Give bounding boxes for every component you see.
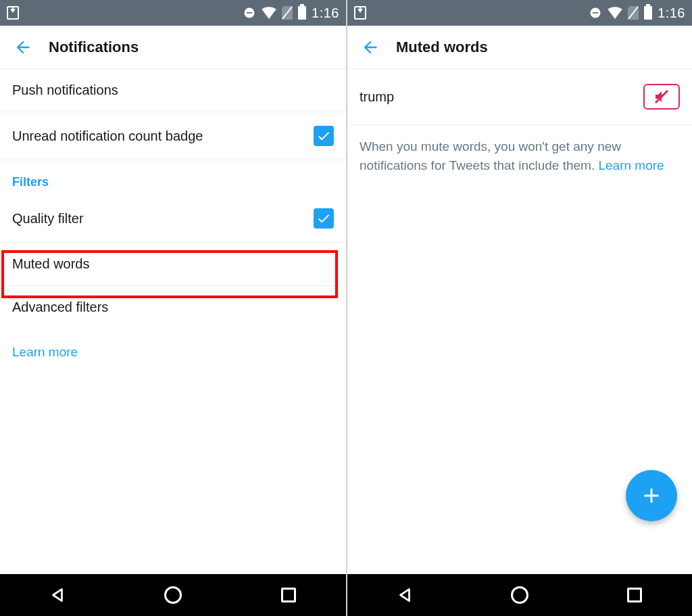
row-label: Quality filter [12, 211, 84, 227]
no-sim-icon [628, 6, 639, 20]
svg-rect-1 [247, 12, 252, 14]
do-not-disturb-icon [243, 6, 256, 20]
muted-word-text: trump [360, 89, 394, 105]
helper-text: When you mute words, you won't get any n… [347, 125, 692, 187]
row-push-notifications[interactable]: Push notifications [0, 69, 346, 112]
back-button[interactable] [358, 35, 382, 60]
nav-bar [0, 574, 346, 616]
row-unread-badge[interactable]: Unread notification count badge [0, 112, 346, 160]
back-button[interactable] [11, 35, 35, 60]
status-bar: 1:16 [0, 0, 346, 26]
wifi-icon [262, 7, 276, 19]
nav-home-button[interactable] [499, 582, 540, 609]
content-area: Push notifications Unread notification c… [0, 69, 346, 574]
row-label: Advanced filters [12, 300, 108, 315]
checkbox-quality[interactable] [314, 208, 334, 229]
nav-back-button[interactable] [37, 582, 78, 609]
nav-back-button[interactable] [385, 582, 425, 609]
phone-right: 1:16 Muted words trump When you mute wo [346, 0, 692, 616]
nav-home-button[interactable] [153, 582, 193, 609]
app-bar: Notifications [0, 26, 346, 69]
learn-more-link[interactable]: Learn more [0, 329, 90, 376]
muted-word-row[interactable]: trump [347, 69, 692, 125]
add-fab[interactable] [626, 470, 677, 521]
row-muted-words[interactable]: Muted words [0, 243, 346, 286]
download-icon [7, 6, 19, 20]
row-label: Unread notification count badge [12, 128, 203, 144]
phone-left: 1:16 Notifications Push notifications Un… [0, 0, 346, 616]
checkbox-unread[interactable] [314, 126, 334, 146]
status-time: 1:16 [658, 5, 685, 21]
row-advanced-filters[interactable]: Advanced filters [0, 286, 346, 329]
battery-icon [644, 6, 652, 20]
no-sim-icon [282, 6, 293, 20]
learn-more-link[interactable]: Learn more [598, 158, 664, 172]
app-bar: Muted words [347, 26, 692, 69]
nav-recent-button[interactable] [268, 582, 309, 609]
do-not-disturb-icon [589, 6, 602, 20]
status-bar: 1:16 [347, 0, 692, 26]
download-icon [354, 6, 366, 20]
status-time: 1:16 [312, 5, 339, 21]
wifi-icon [608, 7, 622, 19]
row-quality-filter[interactable]: Quality filter [0, 195, 346, 243]
page-title: Notifications [49, 39, 139, 56]
battery-icon [298, 6, 306, 20]
page-title: Muted words [396, 39, 488, 56]
content-area: trump When you mute words, you won't get… [347, 69, 692, 574]
nav-recent-button[interactable] [614, 582, 655, 609]
filters-header: Filters [0, 160, 346, 195]
row-label: Muted words [12, 256, 90, 272]
svg-rect-4 [593, 12, 598, 14]
helper-body: When you mute words, you won't get any n… [360, 139, 621, 172]
nav-bar [347, 574, 692, 616]
mute-icon[interactable] [643, 84, 680, 110]
row-label: Push notifications [12, 82, 118, 98]
